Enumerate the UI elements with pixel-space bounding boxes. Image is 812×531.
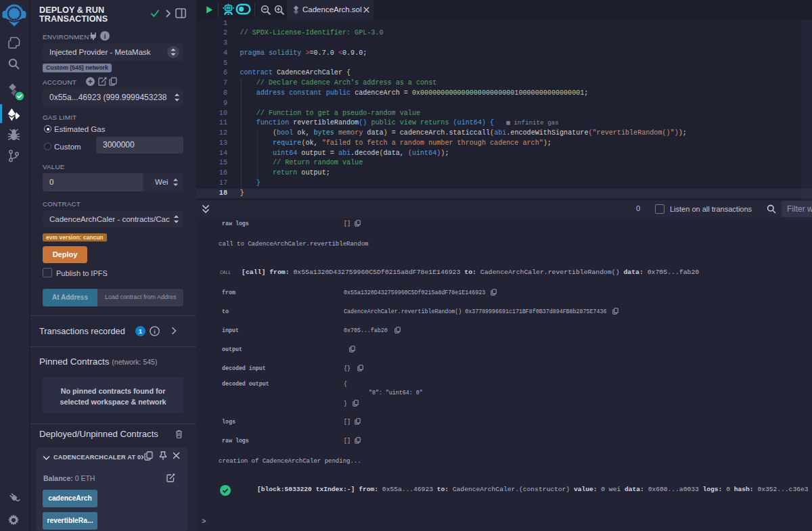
svg-text:i: i xyxy=(104,33,106,40)
svg-text:i: i xyxy=(154,328,156,335)
